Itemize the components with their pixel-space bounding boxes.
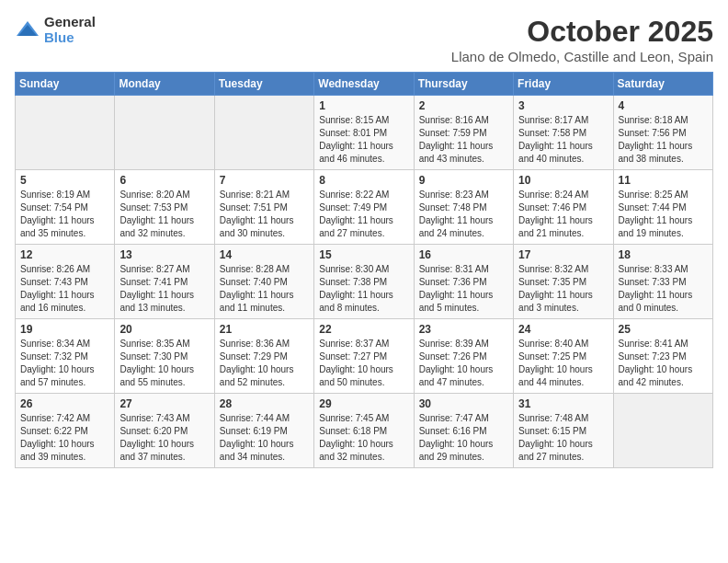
- day-number: 3: [518, 99, 608, 112]
- day-number: 8: [319, 174, 408, 187]
- calendar-cell: 18Sunrise: 8:33 AM Sunset: 7:33 PM Dayli…: [613, 245, 712, 319]
- page-header: General Blue October 2025 Llano de Olmed…: [15, 15, 713, 64]
- day-info: Sunrise: 8:34 AM Sunset: 7:32 PM Dayligh…: [20, 338, 109, 389]
- day-info: Sunrise: 8:32 AM Sunset: 7:35 PM Dayligh…: [518, 263, 608, 315]
- calendar-body: 1Sunrise: 8:15 AM Sunset: 8:01 PM Daylig…: [16, 96, 713, 468]
- calendar-cell: 10Sunrise: 8:24 AM Sunset: 7:46 PM Dayli…: [514, 170, 613, 245]
- day-number: 19: [20, 323, 109, 336]
- day-number: 27: [119, 397, 209, 410]
- day-info: Sunrise: 8:16 AM Sunset: 7:59 PM Dayligh…: [419, 114, 508, 166]
- header-saturday: Saturday: [613, 73, 712, 96]
- day-number: 30: [419, 397, 508, 410]
- day-number: 2: [419, 99, 508, 112]
- day-info: Sunrise: 8:19 AM Sunset: 7:54 PM Dayligh…: [20, 189, 109, 240]
- day-info: Sunrise: 7:48 AM Sunset: 6:15 PM Dayligh…: [518, 412, 608, 464]
- calendar-cell: 13Sunrise: 8:27 AM Sunset: 7:41 PM Dayli…: [115, 245, 214, 319]
- calendar-cell: 1Sunrise: 8:15 AM Sunset: 8:01 PM Daylig…: [314, 96, 414, 170]
- day-number: 1: [319, 99, 408, 112]
- calendar-cell: 5Sunrise: 8:19 AM Sunset: 7:54 PM Daylig…: [16, 170, 115, 245]
- calendar-cell: 11Sunrise: 8:25 AM Sunset: 7:44 PM Dayli…: [613, 170, 712, 245]
- day-number: 20: [119, 323, 209, 336]
- calendar-cell: 12Sunrise: 8:26 AM Sunset: 7:43 PM Dayli…: [16, 245, 115, 319]
- day-number: 16: [419, 248, 508, 261]
- day-number: 24: [518, 323, 608, 336]
- header-tuesday: Tuesday: [214, 73, 313, 96]
- day-number: 25: [619, 323, 708, 336]
- day-info: Sunrise: 8:28 AM Sunset: 7:40 PM Dayligh…: [220, 263, 309, 315]
- header-friday: Friday: [514, 73, 613, 96]
- day-number: 29: [319, 397, 408, 410]
- calendar-cell: 3Sunrise: 8:17 AM Sunset: 7:58 PM Daylig…: [514, 96, 613, 170]
- day-info: Sunrise: 8:18 AM Sunset: 7:56 PM Dayligh…: [619, 114, 708, 166]
- day-number: 26: [20, 397, 109, 410]
- day-info: Sunrise: 7:45 AM Sunset: 6:18 PM Dayligh…: [319, 412, 408, 464]
- day-number: 9: [419, 174, 508, 187]
- day-number: 12: [20, 248, 109, 261]
- calendar-cell: 19Sunrise: 8:34 AM Sunset: 7:32 PM Dayli…: [16, 319, 115, 394]
- calendar-cell: 15Sunrise: 8:30 AM Sunset: 7:38 PM Dayli…: [314, 245, 414, 319]
- day-number: 7: [220, 174, 309, 187]
- day-info: Sunrise: 8:20 AM Sunset: 7:53 PM Dayligh…: [119, 189, 209, 240]
- calendar-cell: 29Sunrise: 7:45 AM Sunset: 6:18 PM Dayli…: [314, 394, 414, 468]
- day-number: 4: [619, 99, 708, 112]
- logo: General Blue: [15, 15, 96, 45]
- day-info: Sunrise: 7:44 AM Sunset: 6:19 PM Dayligh…: [220, 412, 309, 464]
- day-number: 18: [619, 248, 708, 261]
- calendar-header: Sunday Monday Tuesday Wednesday Thursday…: [16, 73, 713, 96]
- day-number: 28: [220, 397, 309, 410]
- day-info: Sunrise: 8:30 AM Sunset: 7:38 PM Dayligh…: [319, 263, 408, 315]
- day-info: Sunrise: 8:40 AM Sunset: 7:25 PM Dayligh…: [518, 338, 608, 389]
- calendar-cell: 4Sunrise: 8:18 AM Sunset: 7:56 PM Daylig…: [613, 96, 712, 170]
- calendar-cell: 6Sunrise: 8:20 AM Sunset: 7:53 PM Daylig…: [115, 170, 214, 245]
- day-number: 15: [319, 248, 408, 261]
- calendar-week-5: 26Sunrise: 7:42 AM Sunset: 6:22 PM Dayli…: [16, 394, 713, 468]
- day-info: Sunrise: 8:24 AM Sunset: 7:46 PM Dayligh…: [518, 189, 608, 240]
- calendar-week-1: 1Sunrise: 8:15 AM Sunset: 8:01 PM Daylig…: [16, 96, 713, 170]
- calendar-cell: 20Sunrise: 8:35 AM Sunset: 7:30 PM Dayli…: [115, 319, 214, 394]
- calendar-cell: 24Sunrise: 8:40 AM Sunset: 7:25 PM Dayli…: [514, 319, 613, 394]
- day-number: 22: [319, 323, 408, 336]
- calendar-cell: [115, 96, 214, 170]
- day-info: Sunrise: 8:35 AM Sunset: 7:30 PM Dayligh…: [119, 338, 209, 389]
- month-title: October 2025: [451, 15, 713, 49]
- logo-text: General Blue: [44, 15, 96, 45]
- calendar-cell: 26Sunrise: 7:42 AM Sunset: 6:22 PM Dayli…: [16, 394, 115, 468]
- day-info: Sunrise: 7:42 AM Sunset: 6:22 PM Dayligh…: [20, 412, 109, 464]
- day-info: Sunrise: 7:47 AM Sunset: 6:16 PM Dayligh…: [419, 412, 508, 464]
- day-info: Sunrise: 8:22 AM Sunset: 7:49 PM Dayligh…: [319, 189, 408, 240]
- location-title: Llano de Olmedo, Castille and Leon, Spai…: [451, 49, 713, 64]
- title-block: October 2025 Llano de Olmedo, Castille a…: [451, 15, 713, 64]
- day-number: 5: [20, 174, 109, 187]
- day-info: Sunrise: 8:27 AM Sunset: 7:41 PM Dayligh…: [119, 263, 209, 315]
- logo-icon: [15, 17, 40, 43]
- header-monday: Monday: [115, 73, 214, 96]
- day-number: 23: [419, 323, 508, 336]
- calendar-week-2: 5Sunrise: 8:19 AM Sunset: 7:54 PM Daylig…: [16, 170, 713, 245]
- header-thursday: Thursday: [414, 73, 513, 96]
- day-info: Sunrise: 8:25 AM Sunset: 7:44 PM Dayligh…: [619, 189, 708, 240]
- calendar-cell: 28Sunrise: 7:44 AM Sunset: 6:19 PM Dayli…: [214, 394, 313, 468]
- day-number: 11: [619, 174, 708, 187]
- day-info: Sunrise: 8:39 AM Sunset: 7:26 PM Dayligh…: [419, 338, 508, 389]
- calendar-cell: 23Sunrise: 8:39 AM Sunset: 7:26 PM Dayli…: [414, 319, 513, 394]
- day-info: Sunrise: 8:17 AM Sunset: 7:58 PM Dayligh…: [518, 114, 608, 166]
- day-info: Sunrise: 8:33 AM Sunset: 7:33 PM Dayligh…: [619, 263, 708, 315]
- calendar-cell: 14Sunrise: 8:28 AM Sunset: 7:40 PM Dayli…: [214, 245, 313, 319]
- day-info: Sunrise: 8:15 AM Sunset: 8:01 PM Dayligh…: [319, 114, 408, 166]
- day-info: Sunrise: 8:26 AM Sunset: 7:43 PM Dayligh…: [20, 263, 109, 315]
- day-number: 6: [119, 174, 209, 187]
- logo-blue: Blue: [44, 30, 96, 46]
- day-info: Sunrise: 8:36 AM Sunset: 7:29 PM Dayligh…: [220, 338, 309, 389]
- day-info: Sunrise: 8:23 AM Sunset: 7:48 PM Dayligh…: [419, 189, 508, 240]
- calendar-week-4: 19Sunrise: 8:34 AM Sunset: 7:32 PM Dayli…: [16, 319, 713, 394]
- calendar-cell: 17Sunrise: 8:32 AM Sunset: 7:35 PM Dayli…: [514, 245, 613, 319]
- day-number: 10: [518, 174, 608, 187]
- calendar-cell: 8Sunrise: 8:22 AM Sunset: 7:49 PM Daylig…: [314, 170, 414, 245]
- header-row: Sunday Monday Tuesday Wednesday Thursday…: [16, 73, 713, 96]
- day-number: 21: [220, 323, 309, 336]
- calendar-cell: [16, 96, 115, 170]
- calendar-cell: 27Sunrise: 7:43 AM Sunset: 6:20 PM Dayli…: [115, 394, 214, 468]
- day-number: 13: [119, 248, 209, 261]
- calendar-cell: 7Sunrise: 8:21 AM Sunset: 7:51 PM Daylig…: [214, 170, 313, 245]
- day-info: Sunrise: 7:43 AM Sunset: 6:20 PM Dayligh…: [119, 412, 209, 464]
